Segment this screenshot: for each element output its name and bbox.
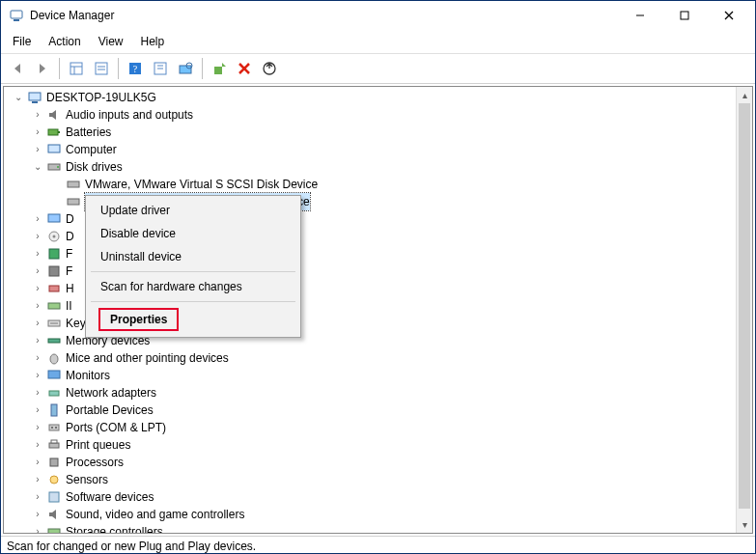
- toolbar: ?: [1, 54, 755, 84]
- chevron-right-icon[interactable]: ›: [31, 456, 44, 469]
- ctx-disable-device[interactable]: Disable device: [89, 222, 297, 245]
- tree-item-label: H: [66, 280, 74, 297]
- chevron-right-icon[interactable]: ›: [31, 351, 44, 365]
- svg-rect-27: [48, 145, 60, 152]
- ctx-uninstall-device[interactable]: Uninstall device: [89, 245, 297, 268]
- tree-item-computer[interactable]: ›Computer: [31, 141, 752, 158]
- uninstall-device-button[interactable]: [233, 57, 256, 80]
- menu-help[interactable]: Help: [133, 32, 173, 51]
- scroll-up-icon[interactable]: ▴: [737, 87, 753, 103]
- properties-button[interactable]: [90, 57, 113, 80]
- chevron-right-icon[interactable]: ›: [31, 490, 44, 504]
- tree-item-label: II: [66, 297, 72, 315]
- tree-item-label: Mice and other pointing devices: [66, 349, 229, 367]
- context-menu: Update driver Disable device Uninstall d…: [85, 195, 301, 338]
- svg-rect-38: [48, 303, 60, 309]
- chevron-right-icon[interactable]: ›: [31, 212, 44, 226]
- minimize-button[interactable]: [618, 1, 662, 30]
- tree-item-sensors[interactable]: ›Sensors: [31, 471, 752, 488]
- scan-hardware-button[interactable]: [174, 57, 197, 80]
- ctx-update-driver[interactable]: Update driver: [89, 199, 297, 222]
- update-driver-button[interactable]: [258, 57, 281, 80]
- toolbar-separator: [59, 58, 60, 79]
- vertical-scrollbar[interactable]: ▴ ▾: [736, 87, 752, 533]
- chevron-right-icon[interactable]: ›: [31, 525, 44, 533]
- tree-item-label: D: [66, 210, 74, 228]
- chevron-right-icon[interactable]: ›: [31, 230, 44, 243]
- chevron-right-icon[interactable]: ›: [31, 264, 44, 278]
- ctx-properties[interactable]: Properties: [89, 305, 297, 334]
- svg-rect-30: [68, 181, 79, 187]
- ctx-scan-hardware[interactable]: Scan for hardware changes: [89, 275, 297, 298]
- tree-item-monitors[interactable]: ›Monitors: [31, 367, 752, 384]
- tree-item-software[interactable]: ›Software devices: [31, 488, 752, 506]
- svg-point-48: [55, 427, 57, 429]
- action-button[interactable]: [149, 57, 172, 80]
- ctx-separator: [91, 271, 295, 272]
- svg-rect-23: [29, 93, 41, 100]
- chevron-right-icon[interactable]: ›: [31, 125, 44, 139]
- chevron-down-icon[interactable]: ⌄: [31, 160, 44, 174]
- svg-rect-6: [70, 63, 82, 74]
- controller-icon: [46, 298, 62, 314]
- chevron-right-icon[interactable]: ›: [31, 369, 44, 382]
- chevron-right-icon[interactable]: ›: [31, 299, 44, 313]
- svg-rect-19: [214, 67, 222, 74]
- chevron-right-icon[interactable]: ›: [31, 421, 44, 434]
- tree-item-portable[interactable]: ›Portable Devices: [31, 402, 752, 419]
- tree-item-label: Sensors: [66, 471, 108, 488]
- tree-item-label: Disk drives: [66, 158, 123, 176]
- maximize-button[interactable]: [662, 1, 707, 30]
- floppy-icon: [46, 246, 62, 262]
- annotation-highlight-box: Properties: [98, 308, 179, 331]
- tree-item-diskdrives[interactable]: ⌄Disk drives: [31, 158, 752, 176]
- svg-rect-51: [50, 458, 58, 466]
- scroll-down-icon[interactable]: ▾: [737, 516, 753, 533]
- chevron-right-icon[interactable]: ›: [31, 143, 44, 156]
- menubar: File Action View Help: [1, 30, 755, 54]
- tree-item-netadapters[interactable]: ›Network adapters: [31, 384, 752, 402]
- menu-view[interactable]: View: [91, 32, 131, 51]
- tree-item-audio[interactable]: ›Audio inputs and outputs: [31, 106, 752, 124]
- tree-item-batteries[interactable]: ›Batteries: [31, 124, 752, 141]
- chevron-right-icon[interactable]: ›: [31, 282, 44, 295]
- svg-rect-3: [681, 12, 688, 19]
- back-button[interactable]: [6, 57, 29, 80]
- tree-item-storage[interactable]: ›Storage controllers: [31, 523, 752, 533]
- scrollbar-thumb[interactable]: [739, 103, 750, 509]
- close-button[interactable]: [707, 1, 751, 30]
- chevron-right-icon[interactable]: ›: [31, 508, 44, 521]
- svg-rect-24: [32, 101, 38, 103]
- enable-device-button[interactable]: [208, 57, 231, 80]
- tree-item-sound[interactable]: ›Sound, video and game controllers: [31, 506, 752, 523]
- chevron-down-icon[interactable]: ⌄: [12, 91, 25, 104]
- chevron-right-icon[interactable]: ›: [31, 386, 44, 400]
- menu-file[interactable]: File: [5, 32, 39, 51]
- menu-action[interactable]: Action: [41, 32, 88, 51]
- chevron-right-icon[interactable]: ›: [31, 334, 44, 347]
- chevron-right-icon[interactable]: ›: [31, 108, 44, 122]
- tree-item-printq[interactable]: ›Print queues: [31, 436, 752, 454]
- mouse-icon: [46, 350, 62, 366]
- chevron-right-icon[interactable]: ›: [31, 403, 44, 417]
- chevron-right-icon[interactable]: ›: [31, 317, 44, 330]
- chevron-right-icon[interactable]: ›: [31, 473, 44, 486]
- software-icon: [46, 489, 62, 505]
- forward-button[interactable]: [31, 57, 54, 80]
- cpu-icon: [46, 455, 62, 470]
- drive-icon: [46, 159, 62, 175]
- tree-root[interactable]: ⌄ DESKTOP-19ULK5G: [12, 89, 752, 106]
- chevron-right-icon[interactable]: ›: [31, 247, 44, 261]
- tree-item-label: Computer: [66, 141, 117, 158]
- show-hide-tree-button[interactable]: [65, 57, 88, 80]
- tree-item-label: Batteries: [66, 124, 111, 141]
- tree-item-mice[interactable]: ›Mice and other pointing devices: [31, 349, 752, 367]
- tree-item-disk1[interactable]: ›VMware, VMware Virtual S SCSI Disk Devi…: [50, 176, 752, 193]
- window-title: Device Manager: [30, 9, 618, 22]
- tree-item-ports[interactable]: ›Ports (COM & LPT): [31, 419, 752, 436]
- chevron-right-icon[interactable]: ›: [31, 438, 44, 452]
- svg-text:?: ?: [133, 64, 138, 74]
- drive-icon: [66, 177, 81, 192]
- help-button[interactable]: ?: [124, 57, 147, 80]
- tree-item-processors[interactable]: ›Processors: [31, 454, 752, 471]
